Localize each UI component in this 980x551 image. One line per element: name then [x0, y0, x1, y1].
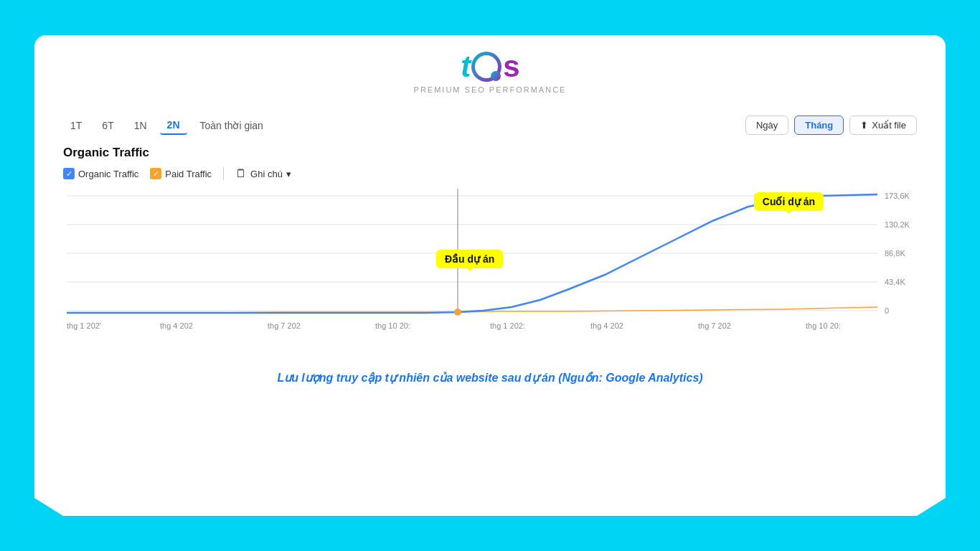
logo-area: t s Premium SEO Performance: [414, 50, 567, 94]
filter-1t[interactable]: 1T: [63, 117, 89, 134]
svg-text:86,8K: 86,8K: [885, 249, 905, 258]
logo-t: t: [461, 50, 470, 84]
chart-title: Organic Traffic: [63, 146, 917, 160]
paid-checkbox[interactable]: ✓: [150, 168, 161, 179]
inner-card: t s Premium SEO Performance 1T 6T 1N 2N …: [34, 35, 946, 516]
svg-text:thg 10 20:: thg 10 20:: [806, 321, 841, 330]
upload-icon: ⬆: [860, 120, 868, 131]
legend-note[interactable]: 🗒 Ghi chú ▾: [235, 167, 291, 180]
legend-bar: ✓ Organic Traffic ✓ Paid Traffic 🗒 Ghi c…: [63, 167, 917, 180]
logo-subtitle: Premium SEO Performance: [414, 85, 567, 94]
outer-container: t s Premium SEO Performance 1T 6T 1N 2N …: [20, 21, 960, 530]
caption: Lưu lượng truy cập tự nhiên của website …: [277, 371, 702, 385]
organic-checkbox[interactable]: ✓: [63, 168, 75, 179]
logo: t s: [461, 50, 519, 84]
month-button[interactable]: Tháng: [794, 116, 844, 135]
svg-text:173,6K: 173,6K: [885, 192, 910, 200]
svg-text:43,4K: 43,4K: [885, 278, 905, 286]
svg-text:thg 7 202: thg 7 202: [268, 321, 301, 330]
svg-text:0: 0: [885, 306, 889, 315]
logo-s: s: [503, 50, 519, 84]
filter-bar: 1T 6T 1N 2N Toàn thời gian Ngày Tháng ⬆ …: [63, 116, 917, 135]
annotation-end: Cuối dự án: [754, 192, 824, 211]
svg-text:thg 4 202: thg 4 202: [590, 321, 623, 330]
filter-all[interactable]: Toàn thời gian: [193, 117, 270, 134]
export-button[interactable]: ⬆ Xuất file: [849, 116, 917, 135]
svg-text:thg 7 202: thg 7 202: [698, 321, 731, 330]
filter-1n[interactable]: 1N: [127, 117, 154, 134]
day-button[interactable]: Ngày: [745, 116, 788, 135]
svg-text:thg 10 20:: thg 10 20:: [375, 321, 410, 330]
svg-text:thg 4 202: thg 4 202: [160, 321, 193, 330]
svg-text:130,2K: 130,2K: [885, 220, 910, 229]
annotation-start: Đầu dự án: [436, 250, 503, 268]
note-icon: 🗒: [235, 167, 247, 180]
legend-divider: [223, 167, 224, 180]
svg-text:thg 1 202:: thg 1 202:: [490, 321, 525, 330]
chart-area: 1T 6T 1N 2N Toàn thời gian Ngày Tháng ⬆ …: [63, 108, 917, 357]
filter-right: Ngày Tháng ⬆ Xuất file: [745, 116, 917, 135]
chart-svg-container: Cuối dự án Đầu dự án 173,6K 130,2K 86,8K…: [63, 189, 917, 349]
legend-organic: ✓ Organic Traffic: [63, 168, 138, 179]
filter-6t[interactable]: 6T: [95, 117, 121, 134]
filter-left: 1T 6T 1N 2N Toàn thời gian: [63, 116, 270, 135]
svg-point-11: [454, 309, 461, 316]
svg-text:thg 1 202': thg 1 202': [67, 321, 101, 330]
filter-2n[interactable]: 2N: [160, 116, 187, 135]
logo-o: [471, 52, 501, 82]
chevron-down-icon: ▾: [286, 169, 291, 179]
legend-paid: ✓ Paid Traffic: [150, 168, 212, 179]
